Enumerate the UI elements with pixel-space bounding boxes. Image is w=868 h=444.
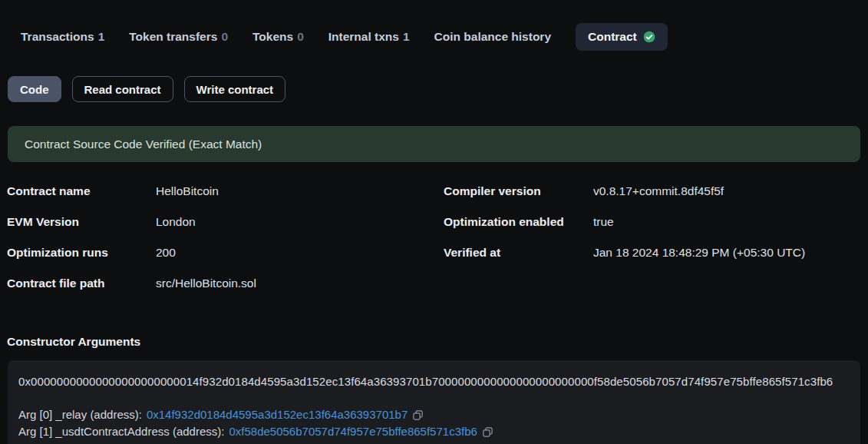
tab-count: 0 — [221, 30, 228, 43]
tab-contract-selected[interactable]: Contract — [576, 23, 668, 51]
constructor-raw-data: 0x00000000000000000000000014f932d0184d45… — [18, 374, 850, 389]
info-label: Contract file path — [7, 276, 156, 291]
info-value: London — [156, 214, 196, 230]
tab-internal-txns[interactable]: Internal txns1 — [328, 30, 410, 44]
tab-transactions[interactable]: Transactions1 — [21, 30, 104, 44]
info-row-evm-version: EVM Version London — [7, 214, 444, 230]
info-label: Verified at — [444, 245, 593, 260]
info-label: Optimization enabled — [444, 214, 593, 230]
info-value: HelloBitcoin — [156, 184, 219, 199]
tab-label: Internal txns — [328, 30, 399, 43]
info-label: Optimization runs — [7, 245, 156, 260]
tab-label: Token transfers — [129, 30, 217, 43]
info-row-contract-name: Contract name HelloBitcoin — [7, 184, 444, 199]
decoded-arguments: Arg [0] _relay (address): 0x14f932d0184d… — [18, 406, 850, 439]
info-row-optimization-enabled: Optimization enabled true — [444, 214, 868, 230]
arg-address-link[interactable]: 0x14f932d0184d4595a3d152ec13f64a36393701… — [147, 406, 408, 423]
constructor-arg-0: Arg [0] _relay (address): 0x14f932d0184d… — [18, 406, 850, 423]
tab-token-transfers[interactable]: Token transfers0 — [129, 30, 228, 44]
info-value: src/HelloBitcoin.sol — [156, 276, 256, 291]
info-value: 200 — [156, 245, 176, 260]
info-label: Contract name — [7, 184, 156, 199]
read-contract-button[interactable]: Read contract — [72, 76, 173, 102]
write-contract-button[interactable]: Write contract — [184, 76, 286, 102]
constructor-arguments-heading: Constructor Arguments — [7, 334, 868, 350]
constructor-arg-1: Arg [1] _usdtContractAddress (address): … — [18, 423, 850, 440]
arg-prefix: Arg [0] _relay (address): — [18, 406, 142, 423]
code-button[interactable]: Code — [8, 76, 61, 102]
arg-prefix: Arg [1] _usdtContractAddress (address): — [18, 423, 224, 440]
tab-tokens[interactable]: Tokens0 — [252, 30, 304, 44]
info-value: Jan 18 2024 18:48:29 PM (+05:30 UTC) — [593, 245, 805, 260]
info-value: v0.8.17+commit.8df45f5f — [593, 184, 724, 199]
tab-count: 1 — [98, 30, 105, 43]
tab-coin-balance-history[interactable]: Coin balance history — [434, 30, 551, 44]
tab-label: Contract — [588, 30, 637, 44]
tab-count: 0 — [297, 30, 304, 43]
info-row-contract-file-path: Contract file path src/HelloBitcoin.sol — [7, 276, 444, 291]
info-label: EVM Version — [7, 214, 156, 230]
tab-bar: Transactions1 Token transfers0 Tokens0 I… — [0, 23, 868, 51]
info-label: Compiler version — [444, 184, 593, 199]
copy-icon[interactable] — [412, 409, 424, 420]
info-row-optimization-runs: Optimization runs 200 — [7, 245, 444, 260]
tab-label: Coin balance history — [434, 30, 551, 43]
constructor-arguments-box: 0x00000000000000000000000014f932d0184d45… — [8, 360, 860, 444]
contract-info-right-column: Compiler version v0.8.17+commit.8df45f5f… — [444, 184, 868, 306]
verified-check-icon — [643, 31, 655, 43]
tab-label: Tokens — [252, 30, 293, 43]
info-row-verified-at: Verified at Jan 18 2024 18:48:29 PM (+05… — [444, 245, 868, 260]
contract-subtabs: Code Read contract Write contract — [8, 76, 868, 102]
info-value: true — [593, 214, 614, 230]
verification-banner: Contract Source Code Verified (Exact Mat… — [8, 126, 860, 162]
verification-banner-text: Contract Source Code Verified (Exact Mat… — [25, 138, 262, 151]
arg-address-link[interactable]: 0xf58de5056b7057d74f957e75bffe865f571c3f… — [229, 423, 477, 440]
tab-label: Transactions — [21, 30, 94, 43]
tab-count: 1 — [403, 30, 410, 43]
contract-info-left-column: Contract name HelloBitcoin EVM Version L… — [7, 184, 444, 306]
copy-icon[interactable] — [482, 426, 493, 437]
contract-info: Contract name HelloBitcoin EVM Version L… — [7, 184, 868, 306]
info-row-compiler-version: Compiler version v0.8.17+commit.8df45f5f — [444, 184, 868, 199]
